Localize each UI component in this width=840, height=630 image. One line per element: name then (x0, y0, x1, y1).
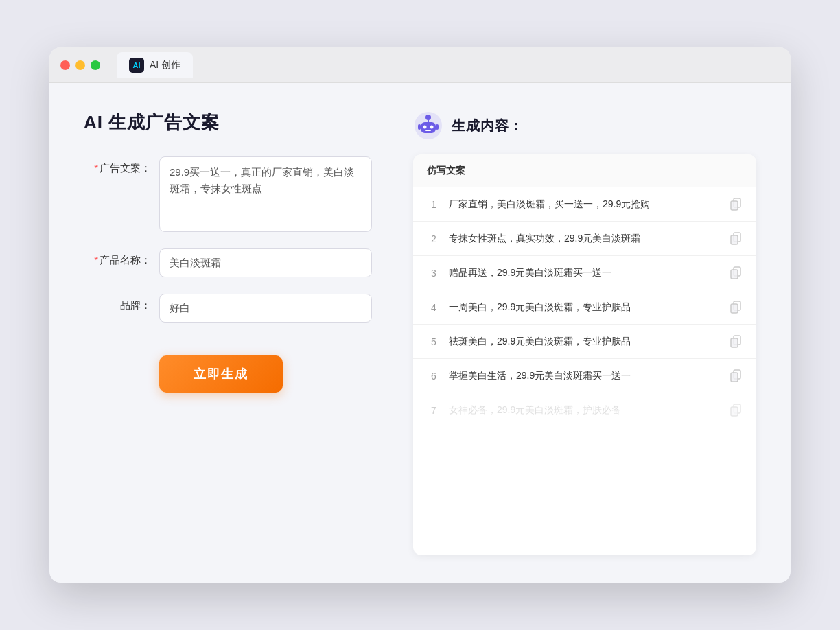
row-text: 赠品再送，29.9元美白淡斑霜买一送一 (449, 266, 721, 280)
ad-copy-input[interactable]: 29.9买一送一，真正的厂家直销，美白淡斑霜，专抹女性斑点 (159, 156, 372, 232)
brand-label: 品牌： (84, 294, 159, 312)
copy-icon[interactable] (729, 404, 743, 417)
ad-copy-label: *广告文案： (84, 156, 159, 175)
svg-rect-16 (731, 304, 738, 313)
table-row: 7 女神必备，29.9元美白淡斑霜，护肤必备 (413, 393, 756, 427)
svg-rect-2 (421, 122, 436, 133)
table-row: 4 一周美白，29.9元美白淡斑霜，专业护肤品 (413, 290, 756, 325)
row-text: 掌握美白生活，29.9元美白淡斑霜买一送一 (449, 369, 721, 383)
row-text: 一周美白，29.9元美白淡斑霜，专业护肤品 (449, 300, 721, 314)
left-panel: AI 生成广告文案 *广告文案： 29.9买一送一，真正的厂家直销，美白淡斑霜，… (84, 110, 372, 555)
page-title: AI 生成广告文案 (84, 110, 372, 135)
svg-rect-7 (436, 124, 439, 130)
results-table: 仿写文案 1 厂家直销，美白淡斑霜，买一送一，29.9元抢购 2 专抹女性斑点，… (413, 154, 756, 555)
svg-rect-5 (425, 130, 431, 131)
column-header: 仿写文案 (427, 165, 465, 176)
right-title: 生成内容： (452, 117, 524, 135)
ad-copy-row: *广告文案： 29.9买一送一，真正的厂家直销，美白淡斑霜，专抹女性斑点 (84, 156, 372, 232)
tab-label: AI 创作 (150, 59, 180, 71)
main-content: AI 生成广告文案 *广告文案： 29.9买一送一，真正的厂家直销，美白淡斑霜，… (49, 83, 791, 583)
svg-rect-6 (418, 124, 421, 130)
row-text: 女神必备，29.9元美白淡斑霜，护肤必备 (449, 403, 721, 417)
svg-point-4 (430, 126, 434, 129)
row-num: 1 (427, 199, 441, 210)
svg-rect-12 (731, 235, 738, 244)
svg-rect-14 (731, 270, 738, 279)
svg-rect-20 (731, 373, 738, 382)
table-header: 仿写文案 (413, 154, 756, 187)
title-bar: AI AI 创作 (49, 47, 791, 83)
ai-tab-icon: AI (129, 58, 144, 73)
close-button[interactable] (60, 60, 70, 70)
product-name-input[interactable] (159, 248, 372, 277)
row-text: 厂家直销，美白淡斑霜，买一送一，29.9元抢购 (449, 197, 721, 211)
tab-ai-create[interactable]: AI AI 创作 (117, 52, 193, 78)
required-star-1: * (94, 162, 98, 174)
copy-icon[interactable] (729, 335, 743, 349)
brand-input[interactable] (159, 294, 372, 323)
row-num: 3 (427, 268, 441, 279)
row-num: 7 (427, 405, 441, 416)
copy-icon[interactable] (729, 301, 743, 314)
copy-icon[interactable] (729, 198, 743, 211)
browser-window: AI AI 创作 AI 生成广告文案 *广告文案： 29.9买一送一，真正的厂家… (49, 47, 791, 583)
table-row: 5 祛斑美白，29.9元美白淡斑霜，专业护肤品 (413, 325, 756, 359)
row-num: 4 (427, 302, 441, 313)
copy-icon[interactable] (729, 232, 743, 246)
table-row: 2 专抹女性斑点，真实功效，29.9元美白淡斑霜 (413, 222, 756, 256)
copy-icon[interactable] (729, 266, 743, 280)
right-header: 生成内容： (413, 110, 756, 141)
product-name-label: *产品名称： (84, 248, 159, 267)
product-name-row: *产品名称： (84, 248, 372, 277)
robot-icon (413, 110, 443, 141)
minimize-button[interactable] (75, 60, 85, 70)
row-text: 祛斑美白，29.9元美白淡斑霜，专业护肤品 (449, 334, 721, 349)
row-num: 2 (427, 233, 441, 244)
traffic-lights (60, 60, 100, 70)
svg-rect-18 (731, 338, 738, 347)
svg-point-1 (425, 115, 431, 120)
svg-rect-10 (731, 201, 738, 210)
required-star-2: * (94, 254, 98, 266)
maximize-button[interactable] (91, 60, 100, 70)
right-panel: 生成内容： 仿写文案 1 厂家直销，美白淡斑霜，买一送一，29.9元抢购 2 专… (413, 110, 756, 555)
svg-rect-22 (731, 407, 738, 416)
brand-row: 品牌： (84, 294, 372, 323)
table-row: 1 厂家直销，美白淡斑霜，买一送一，29.9元抢购 (413, 187, 756, 222)
row-num: 6 (427, 371, 441, 382)
generate-button[interactable]: 立即生成 (159, 355, 283, 393)
svg-point-3 (423, 126, 427, 129)
row-num: 5 (427, 336, 441, 347)
table-row: 6 掌握美白生活，29.9元美白淡斑霜买一送一 (413, 359, 756, 393)
table-row: 3 赠品再送，29.9元美白淡斑霜买一送一 (413, 256, 756, 290)
copy-icon[interactable] (729, 369, 743, 383)
row-text: 专抹女性斑点，真实功效，29.9元美白淡斑霜 (449, 231, 721, 246)
